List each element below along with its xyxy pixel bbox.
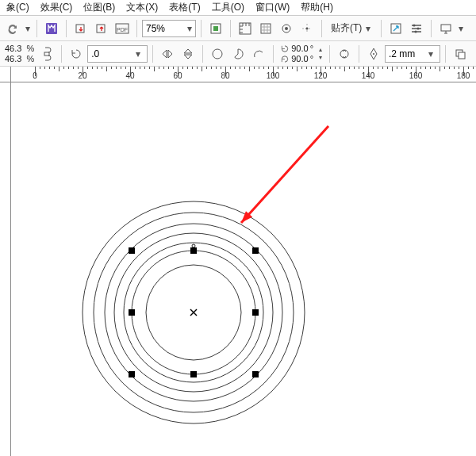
ruler-tick-label: 20 bbox=[78, 71, 86, 80]
ruler-tick-label: 120 bbox=[314, 71, 328, 80]
menu-table[interactable]: 表格(T) bbox=[164, 0, 205, 15]
rotation-dropdown[interactable]: ▾ bbox=[134, 48, 142, 59]
start-angle-value: 90.0 bbox=[291, 44, 308, 54]
ruler-horizontal[interactable]: 020406080100120140160180200 bbox=[11, 67, 476, 82]
options-button[interactable] bbox=[407, 19, 426, 38]
outline-width-combo[interactable]: ▾ bbox=[385, 45, 440, 63]
zoom-dropdown[interactable]: ▾ bbox=[186, 23, 194, 34]
ellipse-tool-button[interactable] bbox=[208, 44, 227, 63]
snap-dropdown[interactable]: ▾ bbox=[364, 23, 372, 34]
start-angle-icon bbox=[280, 44, 290, 53]
rotation-icon-button[interactable] bbox=[67, 44, 86, 63]
arc-angles: 90.0 ° 90.0 ° bbox=[278, 44, 315, 64]
outline-pen-button[interactable] bbox=[364, 44, 383, 63]
dynamic-guides-icon bbox=[301, 22, 313, 35]
export-button[interactable] bbox=[92, 19, 111, 38]
toolbar-standard: ▾ PDF ▾ 贴齐(T) ▾ bbox=[0, 16, 476, 41]
launch-button[interactable] bbox=[386, 19, 405, 38]
menu-object[interactable]: 象(C) bbox=[2, 0, 34, 15]
present-dropdown[interactable]: ▾ bbox=[457, 23, 465, 34]
drawing-canvas[interactable] bbox=[11, 82, 476, 456]
present-icon bbox=[440, 22, 452, 35]
unit-x: % bbox=[26, 44, 34, 54]
ruler-tick-label: 140 bbox=[362, 71, 375, 80]
angle1-spinner-up[interactable]: ▴ bbox=[317, 46, 324, 53]
snap-label: 贴齐(T) bbox=[331, 21, 362, 35]
unit-y: % bbox=[26, 54, 34, 64]
menu-text[interactable]: 文本(X) bbox=[121, 0, 163, 15]
mirror-h-button[interactable] bbox=[158, 44, 177, 63]
angle1-spinner-down[interactable]: ▾ bbox=[317, 54, 324, 61]
svg-point-20 bbox=[373, 53, 374, 55]
svg-rect-1 bbox=[76, 25, 84, 33]
fullscreen-button[interactable] bbox=[206, 19, 225, 38]
pdf-button[interactable]: PDF bbox=[113, 19, 132, 38]
ruler-vertical[interactable] bbox=[0, 82, 11, 456]
end-angle-icon bbox=[280, 55, 290, 63]
rotation-combo[interactable]: ▾ bbox=[87, 45, 148, 63]
show-rulers-button[interactable] bbox=[236, 19, 255, 38]
show-grid-button[interactable] bbox=[256, 19, 275, 38]
dynamic-guides-button[interactable] bbox=[298, 19, 317, 38]
fullscreen-icon bbox=[209, 22, 222, 35]
rotation-icon bbox=[70, 48, 83, 60]
svg-point-30 bbox=[192, 244, 195, 247]
menu-help[interactable]: 帮助(H) bbox=[296, 0, 338, 15]
svg-rect-37 bbox=[190, 371, 197, 377]
svg-rect-36 bbox=[129, 371, 135, 377]
lock-ratio-button[interactable] bbox=[37, 44, 56, 63]
menu-bar: 象(C) 效果(C) 位图(B) 文本(X) 表格(T) 工具(O) 窗口(W)… bbox=[0, 0, 476, 16]
redo-button[interactable] bbox=[3, 19, 22, 38]
lock-icon bbox=[42, 46, 52, 62]
svg-point-15 bbox=[415, 30, 417, 33]
ruler-tick-label: 60 bbox=[173, 71, 182, 80]
zoom-input[interactable] bbox=[146, 23, 182, 34]
pie-tool-button[interactable] bbox=[228, 44, 248, 63]
svg-point-13 bbox=[413, 24, 416, 26]
show-guides-button[interactable] bbox=[277, 19, 296, 38]
options-icon bbox=[410, 22, 423, 35]
menu-window[interactable]: 窗口(W) bbox=[251, 0, 294, 15]
svg-rect-17 bbox=[44, 52, 49, 56]
swap-direction-button[interactable] bbox=[335, 44, 354, 63]
svg-rect-35 bbox=[252, 309, 259, 316]
snap-button[interactable]: 贴齐(T) ▾ bbox=[327, 19, 376, 38]
pdf-icon: PDF bbox=[115, 22, 129, 35]
center-marker bbox=[190, 309, 197, 316]
pen-nib-icon bbox=[368, 48, 379, 60]
mirror-v-icon bbox=[182, 48, 194, 60]
arc-tool-button[interactable] bbox=[249, 44, 268, 63]
to-front-button[interactable] bbox=[451, 44, 470, 63]
svg-line-41 bbox=[241, 126, 328, 223]
ruler-origin[interactable] bbox=[0, 67, 11, 82]
svg-point-19 bbox=[340, 50, 348, 58]
guides-icon bbox=[280, 22, 293, 35]
svg-rect-31 bbox=[129, 247, 135, 254]
svg-rect-6 bbox=[213, 26, 218, 31]
outline-width-dropdown[interactable]: ▾ bbox=[427, 48, 435, 59]
to-front-icon bbox=[454, 48, 466, 60]
macro-button[interactable] bbox=[42, 19, 61, 38]
mirror-v-button[interactable] bbox=[178, 44, 198, 63]
rotation-input[interactable] bbox=[91, 48, 131, 59]
menu-tools[interactable]: 工具(O) bbox=[207, 0, 249, 15]
zoom-combo[interactable]: ▾ bbox=[142, 20, 196, 37]
mirror-h-icon bbox=[161, 48, 174, 60]
import-button[interactable] bbox=[71, 19, 90, 38]
redo-dropdown[interactable]: ▾ bbox=[24, 23, 32, 34]
svg-rect-34 bbox=[129, 309, 135, 316]
ruler-tick-label: 100 bbox=[267, 71, 280, 80]
svg-rect-2 bbox=[97, 25, 105, 33]
ruler-tick-label: 80 bbox=[221, 71, 229, 80]
svg-point-14 bbox=[417, 27, 420, 29]
ruler-tick-label: 180 bbox=[457, 71, 470, 80]
canvas-area[interactable] bbox=[11, 82, 476, 456]
annotation-arrow bbox=[241, 126, 328, 223]
present-button[interactable] bbox=[436, 19, 455, 38]
svg-rect-16 bbox=[441, 25, 451, 31]
grid-icon bbox=[259, 22, 272, 35]
menu-bitmap[interactable]: 位图(B) bbox=[79, 0, 120, 15]
ellipse-icon bbox=[211, 48, 224, 60]
menu-effects[interactable]: 效果(C) bbox=[36, 0, 78, 15]
outline-width-input[interactable] bbox=[389, 48, 424, 59]
